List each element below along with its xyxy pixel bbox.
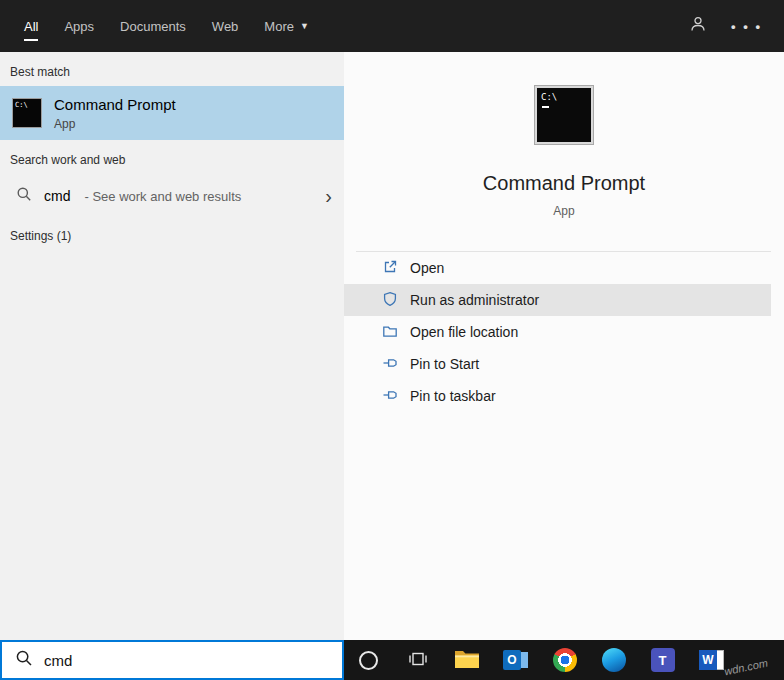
edge-icon <box>602 648 626 672</box>
feedback-icon[interactable] <box>689 15 707 37</box>
preview-panel: C:\ Command Prompt App Open <box>344 52 784 640</box>
command-prompt-icon: C:\ <box>12 98 42 128</box>
best-match-subtitle: App <box>54 117 176 131</box>
folder-icon <box>382 323 398 342</box>
file-explorer-button[interactable] <box>442 640 491 680</box>
action-open-file-location-label: Open file location <box>410 324 518 340</box>
web-search-header: Search work and web <box>0 140 344 174</box>
outlook-icon: O <box>503 648 528 672</box>
pin-icon <box>382 355 398 374</box>
file-explorer-icon <box>454 648 480 673</box>
preview-subtitle: App <box>344 204 784 218</box>
tab-apps[interactable]: Apps <box>64 0 94 52</box>
edge-button[interactable] <box>589 640 638 680</box>
tab-all-label: All <box>24 19 38 34</box>
tab-documents[interactable]: Documents <box>120 0 186 52</box>
tab-more-label: More <box>264 19 294 34</box>
task-view-icon <box>408 649 428 672</box>
tab-more[interactable]: More ▼ <box>264 0 309 52</box>
terminal-prompt-text: C:\ <box>15 101 28 109</box>
pin-icon <box>382 387 398 406</box>
task-view-button[interactable] <box>393 640 442 680</box>
best-match-result[interactable]: C:\ Command Prompt App <box>0 86 344 140</box>
cortana-button[interactable] <box>344 640 393 680</box>
ellipsis-icon[interactable]: • • • <box>731 20 762 33</box>
tab-apps-label: Apps <box>64 19 94 34</box>
windows-search-flyout: All Apps Documents Web More ▼ <box>0 0 784 680</box>
tab-documents-label: Documents <box>120 19 186 34</box>
teams-button[interactable]: T <box>638 640 687 680</box>
action-pin-to-taskbar-label: Pin to taskbar <box>410 388 496 404</box>
action-run-as-administrator-label: Run as administrator <box>410 292 539 308</box>
word-button[interactable]: W <box>687 640 736 680</box>
taskbar-search-box[interactable]: cmd <box>0 640 344 680</box>
best-match-header: Best match <box>0 52 344 86</box>
results-panel: Best match C:\ Command Prompt App Search… <box>0 52 344 640</box>
chevron-right-icon: › <box>325 186 332 206</box>
command-prompt-icon-large: C:\ <box>535 86 593 144</box>
taskbar: cmd <box>0 640 784 680</box>
teams-icon: T <box>651 648 675 672</box>
action-open[interactable]: Open <box>344 252 771 284</box>
search-input-value: cmd <box>44 652 72 669</box>
chrome-button[interactable] <box>540 640 589 680</box>
preview-title: Command Prompt <box>344 172 784 195</box>
search-icon <box>16 186 32 206</box>
action-pin-to-start-label: Pin to Start <box>410 356 479 372</box>
context-actions: Open Run as administrator <box>344 251 771 412</box>
web-search-query: cmd <box>44 188 70 204</box>
best-match-title: Command Prompt <box>54 96 176 113</box>
taskbar-icons: O T W <box>344 640 736 680</box>
tab-web[interactable]: Web <box>212 0 239 52</box>
chrome-icon <box>553 648 577 672</box>
web-search-hint: - See work and web results <box>84 189 241 204</box>
action-pin-to-start[interactable]: Pin to Start <box>344 348 771 380</box>
shield-icon <box>382 291 398 310</box>
topbar-right-icons: • • • <box>689 0 762 52</box>
tab-web-label: Web <box>212 19 239 34</box>
filter-tabs: All Apps Documents Web More ▼ <box>24 0 309 52</box>
search-results-area: Best match C:\ Command Prompt App Search… <box>0 52 784 640</box>
action-open-label: Open <box>410 260 444 276</box>
outlook-button[interactable]: O <box>491 640 540 680</box>
best-match-text: Command Prompt App <box>54 96 176 131</box>
search-filter-bar: All Apps Documents Web More ▼ <box>0 0 784 52</box>
settings-header: Settings (1) <box>0 216 344 250</box>
terminal-prompt-text: C:\ <box>541 92 557 102</box>
search-icon <box>15 649 33 671</box>
action-pin-to-taskbar[interactable]: Pin to taskbar <box>344 380 771 412</box>
tab-all[interactable]: All <box>24 0 38 52</box>
action-run-as-administrator[interactable]: Run as administrator <box>344 284 771 316</box>
terminal-cursor <box>542 106 549 108</box>
chevron-down-icon: ▼ <box>300 21 309 31</box>
open-icon <box>382 259 398 278</box>
cortana-icon <box>359 651 378 670</box>
action-open-file-location[interactable]: Open file location <box>344 316 771 348</box>
word-icon: W <box>699 648 724 672</box>
web-search-result[interactable]: cmd - See work and web results › <box>0 176 344 216</box>
